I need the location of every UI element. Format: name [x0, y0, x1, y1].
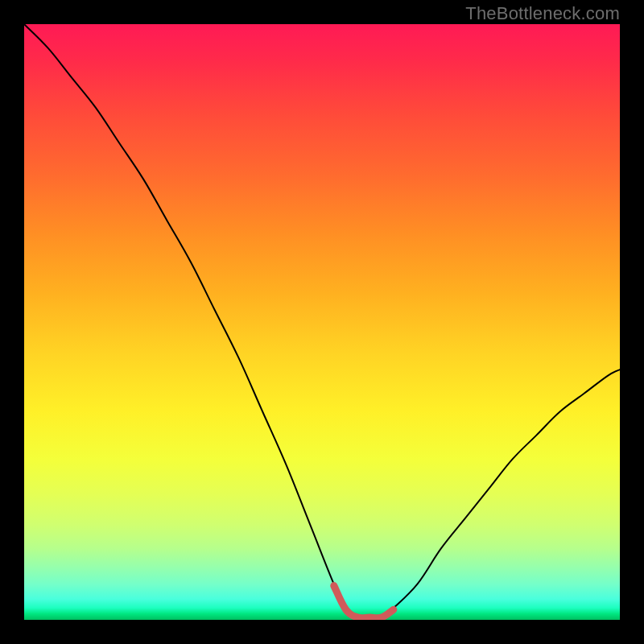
watermark-text: TheBottleneck.com — [465, 3, 620, 24]
bottleneck-curve — [24, 24, 620, 620]
chart-frame: TheBottleneck.com — [0, 0, 644, 644]
valley-highlight — [334, 586, 394, 618]
plot-area — [24, 24, 620, 620]
curve-layer — [24, 24, 620, 620]
